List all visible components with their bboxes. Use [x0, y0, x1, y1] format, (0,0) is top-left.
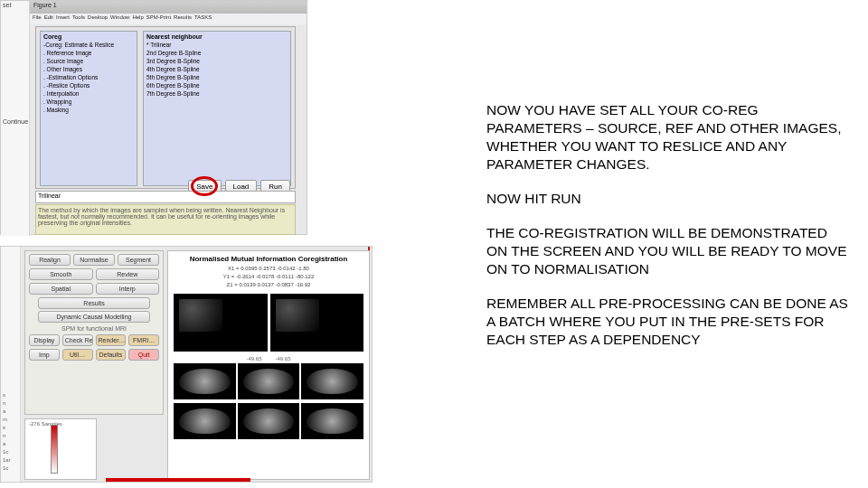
side-letter: 1c	[1, 465, 20, 473]
menu-item[interactable]: Desktop	[88, 14, 108, 23]
side-letter: a	[1, 440, 20, 448]
result-line1: X1 = 0.0395 0.2573 -0.0142 -1.80	[168, 265, 369, 273]
spm-btn-normalise[interactable]: Normalise	[73, 254, 115, 266]
instruction-p2: NOW HIT RUN	[486, 190, 848, 208]
tree-header: Coreg	[43, 33, 134, 40]
spm-btn-display[interactable]: Display	[29, 334, 60, 346]
brain-image	[238, 403, 300, 439]
menu-item[interactable]: Results	[174, 14, 192, 23]
current-value-box[interactable]: Trilinear	[35, 191, 296, 203]
spm-btn-segment[interactable]: Segment	[118, 254, 159, 266]
spm-subheader: SPM for functional MRI	[25, 325, 163, 332]
bot-sidebar: s n a m s n a 1c 1ar 1c	[1, 247, 21, 482]
top-sidebar: set Continue	[1, 1, 30, 236]
side-letter: 1c	[1, 448, 20, 456]
tree-item[interactable]: . Masking	[43, 106, 134, 114]
spm-menu-panel: Realign Normalise Segment Smooth Review …	[24, 250, 164, 415]
menubar[interactable]: File Edit Insert Tools Desktop Window He…	[30, 14, 307, 24]
spm-btn-quit[interactable]: Quit	[128, 349, 159, 361]
menu-item[interactable]: Edit	[44, 14, 53, 23]
side-letter: m	[1, 416, 20, 424]
menu-item[interactable]: Tools	[72, 14, 85, 23]
instruction-p3: THE CO-REGISTRATION WILL BE DEMONSTRATED…	[486, 224, 848, 278]
tree-item[interactable]: -Coreg: Estimate & Reslice	[43, 41, 134, 49]
scan-image	[174, 294, 268, 352]
options-header: Nearest neighbour	[146, 33, 288, 40]
spm-btn-smooth[interactable]: Smooth	[29, 268, 93, 280]
spm-btn-spatial[interactable]: Spatial	[29, 283, 93, 295]
spm-btn-util[interactable]: Util…	[62, 349, 93, 361]
spm-btn-interp[interactable]: Interp	[96, 283, 160, 295]
tree-item[interactable]: . Interpolation	[43, 89, 134, 98]
panel-wrap: Coreg -Coreg: Estimate & Reslice . Refer…	[35, 26, 296, 189]
axis-value: -49.65 -49.65	[168, 356, 369, 361]
spm-btn-defaults[interactable]: Defaults	[96, 349, 127, 361]
spm-btn-fmri[interactable]: FMRI…	[128, 334, 159, 346]
option-item[interactable]: 7th Degree B-Spline	[146, 89, 288, 98]
side-letter: a	[1, 408, 20, 416]
brain-row	[174, 403, 363, 439]
option-item[interactable]: 6th Degree B-Spline	[146, 81, 288, 89]
instruction-p4: REMEMBER ALL PRE-PROCESSING CAN BE DONE …	[486, 295, 848, 349]
spm-btn-checkreg[interactable]: Check Reg	[62, 334, 93, 346]
option-item[interactable]: * Trilinear	[146, 41, 288, 49]
menu-item[interactable]: Help	[132, 14, 143, 23]
tree-item[interactable]: . Other Images	[43, 65, 134, 73]
spm-btn-review[interactable]: Review	[96, 268, 160, 280]
tree-item[interactable]: . Reference Image	[43, 49, 134, 57]
result-title: Normalised Mutual Information Coregistra…	[168, 255, 369, 263]
brain-image	[301, 363, 363, 399]
brain-image	[174, 403, 236, 439]
colorbar-panel: -276 Samples	[24, 418, 97, 480]
module-tree-panel[interactable]: Coreg -Coreg: Estimate & Reslice . Refer…	[40, 31, 137, 186]
option-item[interactable]: 2nd Degree B-Spline	[146, 49, 288, 57]
menu-item[interactable]: Insert	[56, 14, 70, 23]
result-line2: Y1 = -0.2614 -0.0178 -0.0111 -80.122	[168, 273, 369, 281]
menu-item[interactable]: Window	[110, 14, 129, 23]
menu-item[interactable]: TASKS	[194, 14, 212, 23]
side-btn-continue[interactable]: Continue	[1, 117, 29, 126]
red-strip	[106, 478, 250, 482]
window-titlebar: Figure 1	[30, 1, 307, 14]
brain-row	[174, 363, 363, 399]
side-letter: s	[1, 424, 20, 432]
brain-image	[301, 403, 363, 439]
tree-item[interactable]: . Source Image	[43, 57, 134, 65]
brain-image	[174, 363, 236, 399]
option-item[interactable]: 5th Degree B-Spline	[146, 73, 288, 81]
options-panel[interactable]: Nearest neighbour * Trilinear 2nd Degree…	[143, 31, 291, 186]
result-line3: Z1 = 0.0139 0.0137 -0.0837 -16.92	[168, 281, 369, 289]
side-letter: s	[1, 391, 20, 399]
instruction-p1: NOW YOU HAVE SET ALL YOUR CO-REG PARAMET…	[486, 101, 848, 174]
menu-item[interactable]: SPM-Print	[146, 14, 171, 23]
brain-image	[238, 363, 300, 399]
colorbar	[51, 425, 58, 474]
scan-grid	[174, 294, 363, 352]
side-letter: n	[1, 432, 20, 440]
spm-btn-results[interactable]: Results	[38, 297, 150, 309]
spm-btn-realign[interactable]: Realign	[29, 254, 71, 266]
side-letter: n	[1, 399, 20, 408]
help-text: The method by which the images are sampl…	[35, 204, 296, 235]
option-item[interactable]: 3rd Degree B-Spline	[146, 57, 288, 65]
side-btn[interactable]: set	[1, 1, 29, 9]
spm-btn-dcm[interactable]: Dynamic Causal Modelling	[38, 311, 150, 323]
tree-item[interactable]: . -Reslice Options	[43, 81, 134, 89]
side-letter: 1ar	[1, 456, 20, 465]
results-figure: Normalised Mutual Information Coregistra…	[167, 250, 370, 480]
scan-image	[270, 294, 364, 352]
option-item[interactable]: 4th Degree B-Spline	[146, 65, 288, 73]
menu-item[interactable]: File	[33, 14, 42, 23]
spm-result-screenshot: s n a m s n a 1c 1ar 1c Realign Normalis…	[0, 246, 373, 483]
batch-editor-screenshot: set Continue Figure 1 File Edit Insert T…	[0, 0, 307, 235]
spm-btn-render[interactable]: Render…	[96, 334, 127, 346]
tree-item[interactable]: . Wrapping	[43, 98, 134, 106]
spm-btn-imp[interactable]: Imp	[29, 349, 60, 361]
tree-item[interactable]: . -Estimation Options	[43, 73, 134, 81]
instruction-text: NOW YOU HAVE SET ALL YOUR CO-REG PARAMET…	[486, 101, 848, 365]
